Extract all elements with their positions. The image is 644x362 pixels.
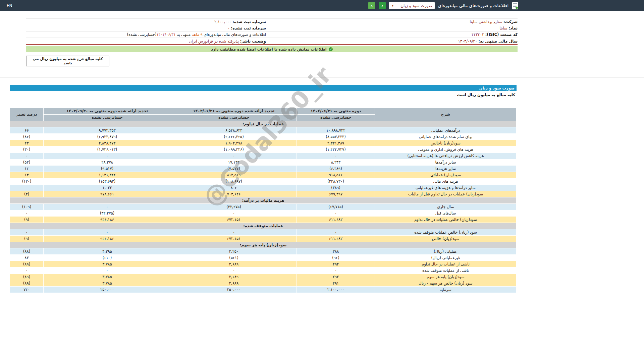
info-icon: i (329, 47, 333, 51)
value-current-period: ۶۷۹,۳۹۷ (297, 191, 375, 197)
language-toggle[interactable]: EN (7, 3, 12, 8)
value-restated-year-period: ۰ (44, 153, 171, 159)
value-restated-mid-period: (۷,۵۷۷) (171, 166, 297, 172)
statement-row: بهای تمام شده درآمدهای عملیاتی(۸,۵۵۷,۲۳۳… (10, 134, 517, 140)
prev-statement-button[interactable]: ‹ (368, 2, 375, 9)
info-value: ۴۴۲۴۰۳ (472, 32, 484, 37)
value-restated-mid-period: (۳۲,۴۷۵) (171, 204, 297, 210)
section-header-row: هزینه مالیات بر درآمد: (10, 197, 517, 204)
info-value: ساینا (499, 26, 507, 31)
info-label: شرکت: (503, 19, 518, 24)
value-restated-year-period: (۳۲,۴۷۵) (44, 210, 171, 217)
statement-row: سود(زیان) خالص۶۱۱,۶۸۲۶۷۲,۱۵۱۹۴۶,۱۸۶(۹) (10, 236, 517, 242)
pct-change: ۰ (10, 210, 44, 217)
pct-change: (۴) (10, 191, 44, 197)
pct-change: ۱۳ (10, 172, 44, 178)
topbar-controls: اطلاعات و صورت‌های مالی میاندوره‌ای صورت… (368, 2, 519, 10)
page-title: اطلاعات و صورت‌های مالی میاندوره‌ای (438, 3, 508, 8)
value-restated-mid-period: ۸۰۴ (171, 185, 297, 191)
value-current-period: ۲,۱۰۰,۰۰۰ (297, 287, 375, 293)
section-header-row: سود(زیان) پایه هر سهم: (10, 242, 517, 248)
value-restated-mid-period: (۵۶۱) (171, 255, 297, 261)
value-restated-year-period: ۹۷۸,۶۶۱ (44, 191, 171, 197)
statement-row: سال‌های قبل۰۰(۳۲,۴۷۵)۰ (10, 210, 517, 217)
value-current-period: (۲۳۸,۷۳۰) (297, 178, 375, 185)
statement-row: سایر هزینه‌ها(۶,۴۸۹)(۷,۵۷۷)(۹,۵۱۷)۱۴ (10, 166, 517, 172)
row-label: سود(زیان) ناخالص (375, 140, 517, 146)
statement-row: غیرعملیاتی (ریال)(۹۶)(۵۶۱)(۶۱۰)۸۳ (10, 255, 517, 261)
statement-row: درآمدهای عملیاتی۱۰,۸۹۸,۷۲۲۶,۵۴۸,۶۲۳۹,۷۷۲… (10, 127, 517, 134)
value-restated-year-period: ۲۸,۳۷۸ (44, 159, 171, 166)
pct-change: (۱۲۰) (10, 178, 44, 185)
value-restated-year-period: (۹,۵۱۷) (44, 166, 171, 172)
pct-change: ۱۴ (10, 166, 44, 172)
value-current-period: ۰ (297, 153, 375, 159)
value-current-period: ۸,۲۴۳ (297, 159, 375, 166)
unit-note-wrap: کلیه مبالغ درج شده به میلیون ریال می باش… (26, 56, 518, 66)
value-restated-year-period: ۹۴۶,۱۸۶ (44, 236, 171, 242)
value-restated-mid-period: (۴,۶۴۶,۳۴۵) (171, 134, 297, 140)
info-cell-isic: کد صنعت (ISIC): ۴۴۲۴۰۳ (266, 32, 518, 37)
statement-row: سود(زیان) ناخالص۲,۳۴۱,۴۸۹۱,۹۰۲,۲۷۸۲,۸۴۸,… (10, 140, 517, 146)
col-subheader-audit: حسابرسی نشده (44, 115, 171, 121)
info-row: کد صنعت (ISIC): ۴۴۲۴۰۳ اطلاعات و صورت‌ها… (26, 32, 518, 38)
section-label: عملیات در حال تداوم: (10, 121, 517, 127)
report-icon (512, 2, 519, 10)
value-restated-mid-period: ۰ (171, 267, 297, 274)
row-label: سود(زیان) عملیات در حال تداوم قبل از مال… (375, 191, 517, 197)
pct-change: (۸۹) (10, 280, 44, 287)
row-label: سرمایه (375, 287, 517, 293)
row-label: عملیاتی (ریال) (375, 248, 517, 255)
value-current-period: ۰ (297, 229, 375, 236)
statement-row: سال جاری(۶۷,۷۱۵)(۳۲,۴۷۵)۰(۱۰۹) (10, 204, 517, 210)
value-restated-year-period: ۲,۸۴۸,۴۷۴ (44, 140, 171, 146)
col-subheader-audit: حسابرسی نشده (297, 115, 375, 121)
statement-select[interactable]: صورت سود و زیان ▾ (389, 2, 435, 9)
statement-row: هزینه کاهش ارزش دریافتنی ها (هزینه استثن… (10, 153, 517, 159)
page: { "topbar": { "title": "اطلاعات و صورت‌ه… (0, 0, 644, 362)
period-length: ۹ ماهه (192, 32, 203, 37)
next-statement-button[interactable]: › (379, 2, 386, 9)
info-value: صنایع بهداشتی ساینا (470, 19, 502, 24)
value-restated-year-period: (۶۱۰) (44, 255, 171, 261)
value-restated-year-period: (۱,۷۳۶,۰۱۳) (44, 146, 171, 153)
value-current-period: (۸,۵۵۷,۲۳۳) (297, 134, 375, 140)
value-current-period: ۲۹۱ (297, 280, 375, 287)
info-cell-company: شرکت: صنایع بهداشتی ساینا (266, 19, 518, 24)
value-restated-mid-period: ۲,۶۸۹ (171, 274, 297, 280)
row-label: درآمدهای عملیاتی (375, 127, 517, 134)
row-label: سایر درآمدها (375, 159, 517, 166)
row-label: غیرعملیاتی (ریال) (375, 255, 517, 261)
info-cell-fiscal-year: سال مالی منتهی به: ۱۴۰۴/۰۹/۳۰ (266, 39, 518, 44)
pct-change: (۵۲) (10, 159, 44, 166)
value-restated-mid-period: ۶۷۲,۱۵۱ (171, 217, 297, 223)
signed-data-banner: i اطلاعات نمایش داده شده با اطلاعات امضا… (26, 46, 518, 52)
info-label: سال مالی منتهی به: (478, 39, 518, 44)
row-label: ناشی از عملیات در حال تداوم (375, 261, 517, 267)
value-current-period: ۶۱۱,۶۸۲ (297, 236, 375, 242)
value-restated-year-period: (۶,۹۲۳,۸۷۹) (44, 134, 171, 140)
statement-title-bar: صورت سود و زیان (10, 85, 517, 91)
pct-change: ۰ (10, 153, 44, 159)
value-current-period: ۹۱۸,۵۱۶ (297, 172, 375, 178)
statement-row: ناشی از عملیات در حال تداوم۲۹۲۲,۶۸۹۳,۷۸۵… (10, 261, 517, 267)
value-restated-year-period: ۰ (44, 267, 171, 274)
value-restated-mid-period: (۱,۰۹۹,۳۲۶) (171, 146, 297, 153)
statement-row: سود(زیان) عملیاتی۹۱۸,۵۱۶۸۱۲,۵۱۹۱,۱۳۱,۳۲۲… (10, 172, 517, 178)
info-value: ۰ (228, 26, 230, 31)
pct-change: ۲۳ (10, 140, 44, 146)
value-restated-year-period: ۲۵۰,۰۰۰ (44, 287, 171, 293)
pct-change: ۷۴۰ (10, 287, 44, 293)
statement-row: سود(زیان) عملیات در حال تداوم قبل از مال… (10, 191, 517, 197)
pct-change: ۰ (10, 267, 44, 274)
value-restated-mid-period: ۱,۹۰۲,۲۷۸ (171, 140, 297, 146)
statement-row: هزینه های فروش، اداری و عمومی(۱,۴۲۴,۷۲۷)… (10, 146, 517, 153)
value-current-period: ۲,۳۴۱,۴۸۹ (297, 140, 375, 146)
value-current-period: (۱,۴۲۴,۷۲۷) (297, 146, 375, 153)
row-label: سایر هزینه‌ها (375, 166, 517, 172)
value-restated-year-period: ۹۴۶,۱۸۶ (44, 217, 171, 223)
row-label: هزینه های فروش، اداری و عمومی (375, 146, 517, 153)
section-header-row: عملیات در حال تداوم: (10, 121, 517, 127)
statement-row: سایر درآمدها۸,۲۴۳۱۷,۱۴۴۲۸,۳۷۸(۵۲) (10, 159, 517, 166)
pct-change: (۹) (10, 236, 44, 242)
